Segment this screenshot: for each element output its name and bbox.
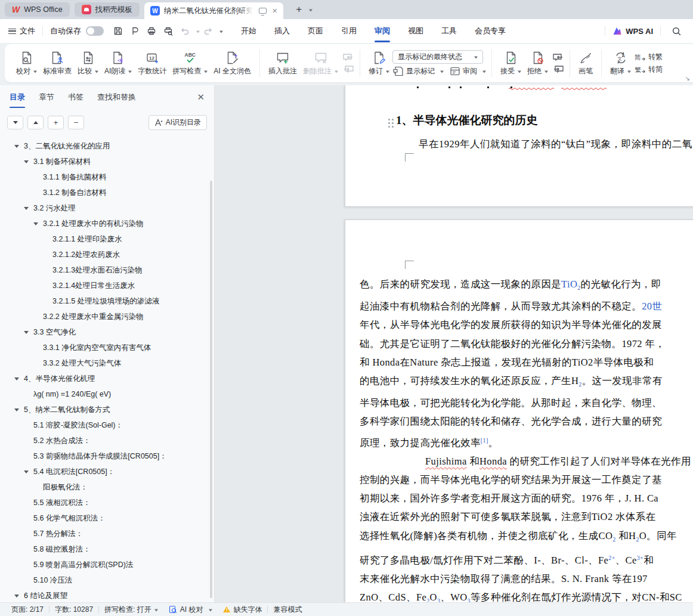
text-line[interactable]: 浊液在近紫外光的照射下可使多氯联苯脱氯，注意到TiO2 水体系在 bbox=[360, 507, 693, 526]
outline-item[interactable]: 3.1.2 制备自洁材料 bbox=[0, 185, 214, 200]
text-line[interactable]: 初期以来，国外许多学者竞相开展这方面的研究。1976 年，J. H. Ca bbox=[360, 489, 693, 507]
text-line[interactable]: 多科学家们围绕太阳能的转化和储存、光化学合成，进行大量的研究 bbox=[360, 412, 693, 431]
wps-ai-button[interactable]: WPS AI bbox=[612, 27, 653, 36]
text-line[interactable]: 起油漆中有机物粘合剂的光降解，从而导致尤其涂料的不稳定。20世 bbox=[360, 297, 693, 315]
section-heading[interactable]: 1、半导体光催化研究的历史 bbox=[396, 113, 538, 128]
outline-item[interactable]: 3.2.1.3处理水面石油污染物 bbox=[0, 262, 214, 278]
word-count-indicator[interactable]: 字数: 10287 bbox=[50, 605, 98, 615]
undo-icon[interactable] bbox=[177, 23, 193, 39]
search-icon[interactable] bbox=[669, 23, 684, 39]
outline-item[interactable]: 3.3.1 净化室内空气室内有害气体 bbox=[0, 340, 214, 355]
text-line[interactable]: 和 Honda在Nature 杂志上报道，发现在光辐射的TiO2半导体电极和 bbox=[360, 353, 693, 372]
to-simplified-button[interactable]: 繁 转简 bbox=[634, 64, 663, 75]
outline-item[interactable]: 阳极氧化法： bbox=[0, 479, 214, 495]
text-line[interactable]: 选择性氧化(降解)各类有机物，并使之彻底矿化，生成CO2 和H2O。同年 bbox=[360, 527, 693, 549]
compat-mode-indicator[interactable]: 兼容模式 bbox=[268, 605, 307, 615]
print-icon[interactable] bbox=[144, 23, 159, 39]
page-indicator[interactable]: 页面: 2/17 bbox=[6, 605, 49, 615]
body-paragraph[interactable]: 早在1929年人们就知道了涂料的“钛白”现象，即涂料中的二氧 bbox=[419, 138, 692, 151]
standard-review-button[interactable]: 标准审查 bbox=[40, 49, 75, 78]
menu-tab-view[interactable]: 视图 bbox=[408, 26, 423, 36]
ai-recognize-toc-button[interactable]: AI识别目录 bbox=[148, 115, 207, 130]
collapse-arrow-icon[interactable] bbox=[14, 407, 24, 413]
outline-item[interactable]: 5.8 磁控溅射法： bbox=[0, 541, 214, 557]
menu-tab-insert[interactable]: 插入 bbox=[274, 26, 290, 36]
screen-mode-icon[interactable] bbox=[259, 8, 267, 14]
outline-item[interactable]: 5.9 喷射高温分解沉积(SPD)法 bbox=[0, 557, 214, 572]
text-line[interactable]: ZnO、CdS、Fe2O3、WO3等多种催化剂在氙灯作光源情况下，对CN-和SC bbox=[360, 588, 693, 602]
collapse-minus-button[interactable]: − bbox=[68, 116, 84, 129]
previous-revision-icon[interactable] bbox=[552, 53, 564, 62]
close-tab-icon[interactable]: ✕ bbox=[272, 8, 277, 14]
ai-polish-button[interactable]: AI 全文润色 bbox=[211, 49, 254, 78]
outline-item[interactable]: 6 结论及展望 bbox=[0, 588, 214, 602]
spellcheck-status[interactable]: 拼写检查: 打开 bbox=[99, 605, 163, 615]
outline-item[interactable]: 3.2.1.2处理农药废水 bbox=[0, 247, 214, 262]
tab-document[interactable]: W 纳米二氧化钛光催化剂研究 ✕ bbox=[144, 2, 283, 19]
insert-comment-button[interactable]: 插入批注 bbox=[265, 49, 300, 78]
review-pane-button[interactable]: 审阅 bbox=[450, 66, 486, 76]
collapse-arrow-icon[interactable] bbox=[24, 206, 33, 211]
close-sidebar-icon[interactable]: ✕ bbox=[197, 92, 205, 103]
tab-wps-office[interactable]: W WPS Office bbox=[5, 2, 70, 17]
sidebar-tab-chapters[interactable]: 章节 bbox=[39, 92, 54, 103]
sidebar-tab-contents[interactable]: 目录 bbox=[10, 92, 25, 103]
ai-read-aloud-button[interactable]: AI朗读 bbox=[101, 49, 135, 78]
accept-revision-button[interactable]: 接受 bbox=[497, 49, 524, 78]
document-page-1[interactable]: 1、半导体光催化研究的历史 早在1929年人们就知道了涂料的“钛白”现象，即涂料… bbox=[345, 85, 693, 207]
text-line[interactable]: 年代，从半导体光电化学的发展所获得的知识为半导体光催化的发展 bbox=[360, 315, 693, 334]
undo-chevron-icon[interactable] bbox=[196, 30, 200, 35]
outline-item[interactable]: 3、二氧化钛光催化的应用 bbox=[0, 138, 214, 154]
collapse-arrow-icon[interactable] bbox=[24, 159, 33, 165]
redo-chevron-icon[interactable] bbox=[219, 30, 223, 35]
menu-tab-tools[interactable]: 工具 bbox=[441, 26, 457, 36]
sidebar-tab-bookmarks[interactable]: 书签 bbox=[68, 92, 83, 103]
outline-item[interactable]: 3.2 污水处理 bbox=[0, 200, 214, 216]
outline-item[interactable]: 3.1 制备环保材料 bbox=[0, 154, 214, 169]
to-traditional-button[interactable]: 简 转繁 bbox=[634, 52, 663, 62]
outline-item[interactable]: 5.6 化学气相沉积法： bbox=[0, 510, 214, 526]
outline-item[interactable]: 5.10 冷压法 bbox=[0, 572, 214, 588]
outline-item[interactable]: 4、半导体光催化机理 bbox=[0, 371, 214, 386]
menu-tab-page[interactable]: 页面 bbox=[308, 26, 323, 36]
collapse-arrow-icon[interactable] bbox=[24, 330, 33, 335]
ribbon-expander-icon[interactable]: ↘ bbox=[685, 75, 690, 82]
ink-pen-button[interactable]: 画笔 bbox=[576, 49, 596, 78]
outline-item[interactable]: 5.1 溶胶-凝胶法(Sol-Gel)： bbox=[0, 417, 214, 433]
word-count-button[interactable]: 12 字数统计 bbox=[135, 49, 169, 78]
missing-font-warning[interactable]: 缺失字体 bbox=[218, 605, 267, 615]
ai-proofread-status[interactable]: AI 校对 bbox=[163, 605, 218, 615]
outline-item[interactable]: 5、纳米二氧化钛制备方式 bbox=[0, 402, 214, 417]
outline-item[interactable]: 5.7 热分解法： bbox=[0, 526, 214, 541]
menu-tab-review[interactable]: 审阅 bbox=[375, 26, 390, 36]
tab-list-chevron-icon[interactable] bbox=[309, 9, 313, 13]
save-icon[interactable] bbox=[110, 23, 126, 39]
collapse-arrow-icon[interactable] bbox=[14, 144, 24, 149]
text-line[interactable]: 础。尤其是它证明了二氧化钛能极好的光催化分解污染物。1972 年， bbox=[360, 335, 693, 353]
proofread-button[interactable]: 校对 bbox=[13, 49, 40, 78]
paragraph-drag-handle[interactable] bbox=[388, 119, 394, 128]
document-page-2[interactable]: 色。后来的研究发现，造成这一现象的原因是TiO2的光敏化行为，即起油漆中有机物粘… bbox=[345, 219, 693, 602]
text-line[interactable]: Fujishima 和Honda 的研究工作引起了人们对半导体在光作用 bbox=[360, 452, 693, 470]
markup-state-dropdown[interactable]: 显示标记的最终状态 bbox=[392, 50, 483, 64]
autosave-toggle[interactable] bbox=[86, 26, 104, 36]
tab-docer-template[interactable]: 找稻壳模板 bbox=[75, 2, 140, 17]
menu-tab-member[interactable]: 会员专享 bbox=[475, 26, 506, 36]
collapse-arrow-icon[interactable] bbox=[24, 469, 33, 475]
reject-revision-button[interactable]: 拒绝 bbox=[524, 49, 551, 78]
redo-icon[interactable] bbox=[200, 23, 216, 39]
text-line[interactable]: 控制的兴趣，而半导体光电化学的研究结果为开展这一工作奠定了基 bbox=[360, 470, 693, 489]
next-revision-icon[interactable] bbox=[552, 65, 564, 74]
outline-item[interactable]: λg( nm) =1 240/Eg( eV) bbox=[0, 386, 214, 402]
sidebar-scrollbar[interactable] bbox=[210, 181, 212, 598]
outline-item[interactable]: 5.3 前驱物结晶体升华成膜法[CR0505]： bbox=[0, 448, 214, 464]
text-line[interactable]: 原理，致力提高光催化效率[1]。 bbox=[360, 431, 693, 452]
text-line[interactable]: 的电池中，可持续发生水的氧化还原反应，产生H2。这一发现非常有 bbox=[360, 372, 693, 394]
collapse-arrow-icon[interactable] bbox=[33, 221, 43, 227]
chevron-down-button[interactable] bbox=[7, 116, 23, 129]
text-line[interactable]: 末来催化光解水中污染物取得了满意的结果。S. N. Frank 等在197 bbox=[360, 569, 693, 588]
outline-item[interactable]: 3.2.1.5 处理垃圾填埋场的渗滤液 bbox=[0, 293, 214, 309]
track-changes-button[interactable]: 修订 bbox=[366, 49, 392, 78]
new-tab-button[interactable]: + bbox=[292, 2, 306, 17]
print-preview-icon[interactable] bbox=[160, 23, 176, 39]
